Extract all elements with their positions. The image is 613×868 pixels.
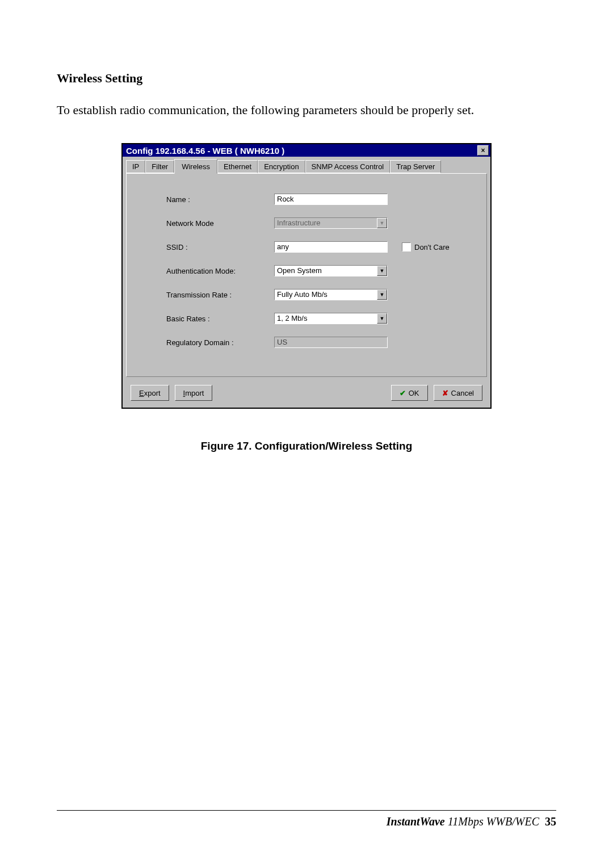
network-mode-label: Network Mode [138, 219, 274, 228]
intro-paragraph: To establish radio communication, the fo… [57, 103, 556, 118]
check-icon: ✔ [400, 389, 406, 397]
tab-snmp-access-control[interactable]: SNMP Access Control [305, 160, 391, 173]
ok-button[interactable]: ✔ OK [391, 385, 428, 401]
tx-rate-select[interactable]: Fully Auto Mb/s ▼ [274, 289, 388, 300]
tab-ethernet[interactable]: Ethernet [217, 160, 258, 173]
tab-filter[interactable]: Filter [145, 160, 174, 173]
x-icon: ✘ [442, 389, 448, 397]
name-label: Name : [138, 195, 274, 204]
tab-wireless[interactable]: Wireless [174, 159, 217, 174]
auth-mode-value: Open System [275, 266, 377, 276]
cancel-label: Cancel [451, 389, 474, 397]
tab-encryption[interactable]: Encryption [258, 160, 305, 173]
config-dialog: Config 192.168.4.56 - WEB ( NWH6210 ) × … [121, 143, 492, 409]
checkbox-icon [402, 242, 411, 251]
dont-care-checkbox[interactable]: Don't Care [402, 242, 450, 251]
dialog-button-row: Export Import ✔ OK ✘ Cancel [123, 381, 490, 408]
footer-brand-bold: InstantWave [387, 815, 445, 828]
auth-mode-select[interactable]: Open System ▼ [274, 265, 388, 276]
tx-rate-value: Fully Auto Mb/s [275, 290, 377, 300]
section-heading: Wireless Setting [57, 71, 556, 86]
chevron-down-icon[interactable]: ▼ [377, 313, 387, 324]
chevron-down-icon[interactable]: ▼ [377, 290, 387, 300]
cancel-button[interactable]: ✘ Cancel [434, 385, 482, 401]
footer-brand-rest: 11Mbps WWB/WEC [445, 815, 539, 828]
chevron-down-icon[interactable]: ▼ [377, 266, 387, 276]
name-input[interactable]: Rock [274, 194, 388, 205]
network-mode-value: Infrastructure [275, 218, 377, 228]
chevron-down-icon: ▼ [377, 218, 387, 228]
basic-rates-value: 1, 2 Mb/s [275, 313, 377, 324]
auth-mode-label: Authentication Mode: [138, 267, 274, 275]
network-mode-select: Infrastructure ▼ [274, 217, 388, 229]
reg-domain-label: Regulatory Domain : [138, 338, 274, 347]
tx-rate-label: Transmission Rate : [138, 291, 274, 299]
footer-page-number: 35 [545, 815, 556, 828]
dialog-title: Config 192.168.4.56 - WEB ( NWH6210 ) [126, 146, 284, 156]
basic-rates-label: Basic Rates : [138, 315, 274, 323]
figure-caption: Figure 17. Configuration/Wireless Settin… [57, 440, 556, 452]
ok-label: OK [409, 389, 419, 397]
dont-care-label: Don't Care [414, 243, 450, 251]
export-label-rest: xport [144, 389, 161, 397]
ssid-label: SSID : [138, 243, 274, 251]
import-button[interactable]: Import [175, 385, 213, 401]
page-footer: InstantWave 11Mbps WWB/WEC35 [57, 810, 556, 828]
tab-trap-server[interactable]: Trap Server [390, 160, 441, 173]
close-icon[interactable]: × [477, 145, 489, 156]
export-button[interactable]: Export [131, 385, 169, 401]
ssid-input[interactable]: any [274, 241, 388, 253]
wireless-tab-panel: Name : Rock Network Mode Infrastructure … [126, 173, 487, 377]
reg-domain-value: US [274, 337, 388, 348]
dialog-titlebar: Config 192.168.4.56 - WEB ( NWH6210 ) × [123, 144, 490, 157]
tab-strip: IP Filter Wireless Ethernet Encryption S… [123, 157, 490, 173]
import-label-rest: mport [185, 389, 204, 397]
basic-rates-select[interactable]: 1, 2 Mb/s ▼ [274, 313, 388, 324]
tab-ip[interactable]: IP [126, 160, 145, 173]
